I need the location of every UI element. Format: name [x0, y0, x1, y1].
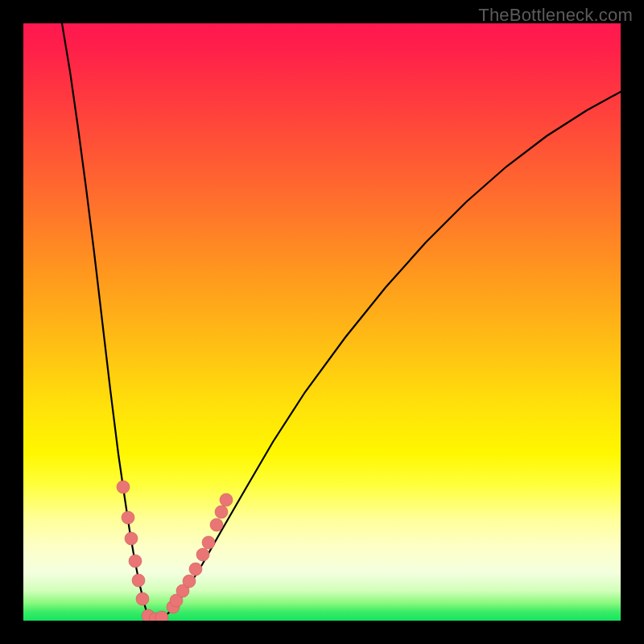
- curves-layer: [23, 23, 621, 621]
- bead-marker: [129, 555, 142, 568]
- bead-marker: [220, 493, 233, 506]
- plot-area: [23, 23, 621, 621]
- bead-marker: [125, 532, 138, 545]
- bead-marker: [183, 575, 196, 588]
- bead-marker: [215, 506, 228, 518]
- bead-marker: [202, 536, 215, 549]
- left-curve: [62, 23, 151, 621]
- chart-frame: TheBottleneck.com: [0, 0, 644, 644]
- watermark-text: TheBottleneck.com: [478, 5, 633, 26]
- bead-markers: [117, 481, 233, 621]
- bead-marker: [196, 548, 209, 561]
- bead-marker: [189, 563, 202, 576]
- bead-marker: [155, 611, 168, 621]
- bead-marker: [117, 481, 130, 493]
- bead-marker: [132, 574, 145, 587]
- right-curve: [154, 92, 621, 621]
- bead-marker: [136, 592, 149, 605]
- bead-marker: [122, 511, 134, 524]
- bead-marker: [210, 518, 223, 531]
